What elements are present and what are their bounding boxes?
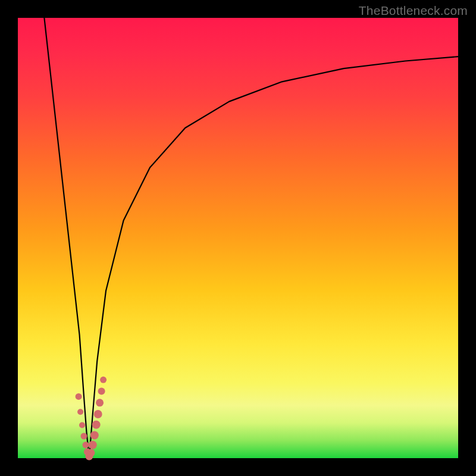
plot-area [18, 18, 458, 458]
data-point [81, 433, 87, 440]
chart-svg [18, 18, 458, 458]
watermark-label: TheBottleneck.com [359, 4, 468, 18]
data-point [96, 399, 104, 406]
data-point [92, 421, 101, 429]
chart-frame: TheBottleneck.com [0, 0, 476, 476]
data-point [79, 422, 85, 428]
curve-left-branch [44, 18, 89, 458]
data-point [87, 449, 95, 457]
data-point [89, 441, 97, 449]
curve-right-branch [89, 57, 458, 458]
data-point [76, 393, 82, 400]
data-point [90, 431, 99, 440]
data-point [83, 441, 89, 448]
data-point [77, 409, 83, 415]
points-group [76, 377, 107, 461]
data-point [98, 388, 105, 395]
data-point [100, 377, 107, 383]
data-point [94, 410, 102, 418]
